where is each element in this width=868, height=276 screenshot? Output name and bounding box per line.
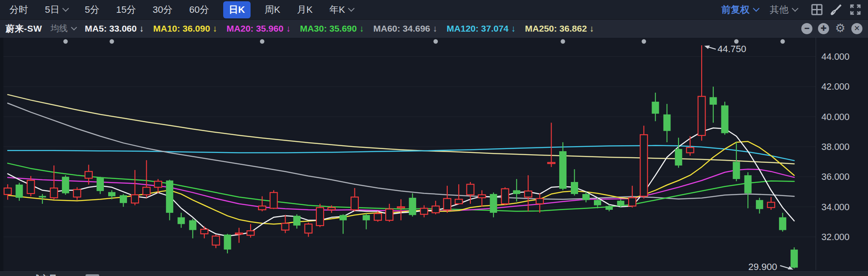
volume-pane-clipped[interactable]: 成交量 xyxy=(0,271,868,276)
down-arrow-icon: ↓ xyxy=(433,23,437,34)
tab-intraday[interactable]: 分时 xyxy=(7,1,31,18)
down-arrow-icon: ↓ xyxy=(213,23,217,34)
svg-text:36.000: 36.000 xyxy=(821,172,850,182)
down-arrow-icon: ↓ xyxy=(511,23,516,34)
toolbar: 分时 5日 5分 15分 30分 60分 日K 周K 月K 年K 前复权 其他 xyxy=(0,0,868,20)
ma-label: MA5: 33.060 xyxy=(85,23,136,34)
down-arrow-icon: ↓ xyxy=(286,23,291,34)
tab-30min[interactable]: 30分 xyxy=(150,1,175,18)
zoom-out-icon[interactable]: ━ xyxy=(801,23,812,34)
ma-selector-dropdown[interactable]: 均线 xyxy=(50,23,76,34)
volume-pane-label: 成交量 xyxy=(32,273,57,276)
adjustment-dropdown[interactable]: 前复权 xyxy=(721,3,759,16)
chart-canvas: 44.00042.00040.00038.00036.00034.00032.0… xyxy=(0,38,868,271)
adjustment-label: 前复权 xyxy=(721,3,750,16)
tab-label: 年K xyxy=(329,3,345,16)
down-arrow-icon: ↓ xyxy=(139,23,144,34)
down-arrow-icon: ↓ xyxy=(359,23,364,34)
svg-text:29.900: 29.900 xyxy=(748,261,777,271)
tab-label: 60分 xyxy=(189,3,209,16)
other-dropdown[interactable]: 其他 xyxy=(770,3,797,16)
tab-yearly-k[interactable]: 年K xyxy=(327,1,356,18)
chevron-down-icon xyxy=(753,5,760,12)
svg-text:38.000: 38.000 xyxy=(821,142,850,152)
ma-label: MA30: 35.690 xyxy=(300,23,357,34)
chevron-down-icon xyxy=(348,5,355,12)
chevron-down-icon xyxy=(62,5,69,12)
ma-label: MA10: 36.090 xyxy=(153,23,210,34)
ma-legend-item-ma5: MA5: 33.060↓ xyxy=(85,23,144,34)
tab-monthly-k[interactable]: 月K xyxy=(295,1,316,18)
svg-text:44.750: 44.750 xyxy=(717,44,746,54)
candlestick-chart[interactable]: 44.00042.00040.00038.00036.00034.00032.0… xyxy=(0,38,868,271)
ma-legend-item-ma120: MA120: 37.074↓ xyxy=(447,23,516,34)
brush-icon[interactable] xyxy=(830,4,842,15)
ma-legend-item-ma250: MA250: 36.862↓ xyxy=(525,23,594,34)
symbol-name: 蔚来-SW xyxy=(6,23,42,35)
stock-chart-window: 分时 5日 5分 15分 30分 60分 日K 周K 月K 年K 前复权 其他 xyxy=(0,0,868,276)
tab-label: 日K xyxy=(229,3,245,16)
ma-label: MA250: 36.862 xyxy=(525,23,587,34)
expand-icon[interactable] xyxy=(850,4,861,15)
tab-daily-k[interactable]: 日K xyxy=(223,1,251,18)
svg-text:40.000: 40.000 xyxy=(821,112,850,122)
svg-text:42.000: 42.000 xyxy=(821,82,850,92)
svg-text:32.000: 32.000 xyxy=(821,232,850,242)
ma-label: MA60: 34.696 xyxy=(373,23,430,34)
tab-15min[interactable]: 15分 xyxy=(114,1,139,18)
tab-weekly-k[interactable]: 周K xyxy=(262,1,283,18)
chevron-down-icon xyxy=(792,5,799,12)
down-arrow-icon: ↓ xyxy=(590,23,594,34)
ma-legend-item-ma60: MA60: 34.696↓ xyxy=(373,23,437,34)
interval-tabs: 分时 5日 5分 15分 30分 60分 日K 周K 月K 年K xyxy=(7,1,356,18)
ma-legend-item-ma20: MA20: 35.960↓ xyxy=(227,23,291,34)
other-label: 其他 xyxy=(770,3,788,16)
tab-label: 周K xyxy=(265,3,280,16)
tab-label: 月K xyxy=(297,3,313,16)
tab-5min[interactable]: 5分 xyxy=(82,1,102,18)
svg-text:34.000: 34.000 xyxy=(821,202,850,212)
layout-grid-icon[interactable] xyxy=(811,4,823,15)
volume-pane-badge xyxy=(86,274,99,276)
gear-icon[interactable]: ⚙ xyxy=(835,23,846,34)
tab-5day[interactable]: 5日 xyxy=(42,1,71,18)
tab-label: 5分 xyxy=(85,3,99,16)
indicator-legend-bar: 蔚来-SW 均线 MA5: 33.060↓MA10: 36.090↓MA20: … xyxy=(0,20,868,38)
chevron-down-icon xyxy=(71,24,77,30)
tab-label: 30分 xyxy=(153,3,172,16)
svg-text:44.000: 44.000 xyxy=(821,52,850,62)
tab-label: 分时 xyxy=(9,3,28,16)
ma-legend-item-ma30: MA30: 35.690↓ xyxy=(300,23,364,34)
tab-label: 15分 xyxy=(116,3,136,16)
ma-legend: MA5: 33.060↓MA10: 36.090↓MA20: 35.960↓MA… xyxy=(85,23,594,34)
zoom-in-icon[interactable]: ✚ xyxy=(818,23,829,34)
ma-label: MA20: 35.960 xyxy=(227,23,283,34)
toolbar-right: 前复权 其他 xyxy=(721,3,861,16)
toolbar-icons xyxy=(811,4,861,15)
ma-legend-item-ma10: MA10: 36.090↓ xyxy=(153,23,217,34)
ma-selector-label: 均线 xyxy=(50,23,68,34)
legend-icons: ━ ✚ ⚙ ✕ xyxy=(801,23,862,34)
tab-60min[interactable]: 60分 xyxy=(186,1,211,18)
close-icon[interactable]: ✕ xyxy=(851,23,862,34)
ma-label: MA120: 37.074 xyxy=(447,23,509,34)
tab-label: 5日 xyxy=(45,3,59,16)
